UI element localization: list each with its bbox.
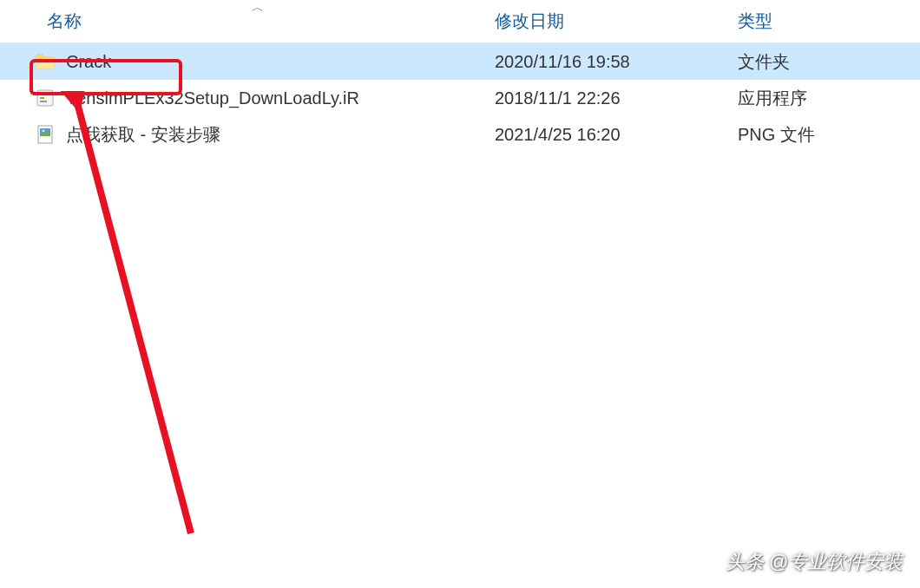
file-type: 文件夹 (738, 50, 920, 74)
file-type: 应用程序 (738, 87, 920, 110)
file-row-crack[interactable]: Crack 2020/11/16 19:58 文件夹 (0, 43, 920, 80)
file-name: 点我获取 - 安装步骤 (66, 123, 220, 147)
svg-rect-2 (40, 97, 44, 99)
file-date: 2018/11/1 22:26 (495, 88, 738, 108)
image-file-icon (35, 124, 56, 145)
column-header-name[interactable]: 名称 (35, 10, 495, 33)
file-date: 2020/11/16 19:58 (495, 52, 738, 72)
column-header-row: ︿ 名称 修改日期 类型 (0, 0, 920, 43)
sort-indicator-icon[interactable]: ︿ (252, 0, 264, 16)
file-row-setup[interactable]: VensimPLEx32Setup_DownLoadLy.iR 2018/11/… (0, 80, 920, 116)
file-row-png[interactable]: 点我获取 - 安装步骤 2021/4/25 16:20 PNG 文件 (0, 116, 920, 153)
column-header-date[interactable]: 修改日期 (495, 10, 738, 33)
svg-rect-1 (39, 92, 51, 95)
svg-rect-3 (40, 101, 47, 102)
file-name: VensimPLEx32Setup_DownLoadLy.iR (66, 88, 359, 108)
file-type: PNG 文件 (738, 123, 920, 147)
watermark-text: 头条 @专业软件安装 (726, 549, 903, 575)
file-explorer: ︿ 名称 修改日期 类型 Crack 2020/11/16 19:58 文件夹 (0, 0, 920, 588)
exe-icon (35, 88, 56, 108)
file-date: 2021/4/25 16:20 (495, 125, 738, 145)
column-header-type[interactable]: 类型 (738, 10, 920, 33)
folder-icon (35, 51, 56, 72)
file-name: Crack (66, 52, 111, 72)
